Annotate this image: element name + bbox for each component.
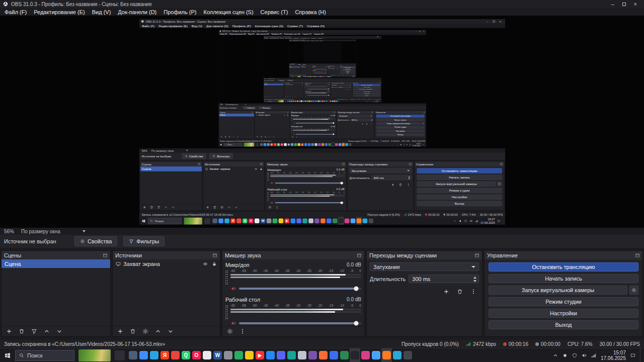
taskbar-app-icon[interactable]: [360, 348, 371, 362]
drag-handle[interactable]: [225, 305, 228, 319]
minimize-button[interactable]: –: [611, 1, 614, 7]
taskbar-app-icon[interactable]: [223, 348, 233, 362]
search-icon: [19, 353, 24, 358]
taskbar-app-icon[interactable]: [202, 348, 212, 362]
scene-filters-button[interactable]: [31, 328, 37, 334]
remove-source-button[interactable]: [130, 328, 136, 334]
zoom-mode[interactable]: По размеру окна: [21, 229, 60, 234]
move-scene-down-button[interactable]: [56, 328, 62, 334]
monitor-icon: [116, 261, 121, 266]
duration-spinner[interactable]: 300 ms: [409, 275, 479, 283]
taskbar-app-icon[interactable]: Q: [181, 348, 191, 362]
taskbar-app-icon[interactable]: [297, 348, 307, 362]
taskbar-app-icon[interactable]: [403, 348, 413, 362]
mute-speaker-icon[interactable]: [231, 286, 236, 291]
taskbar-app-icon[interactable]: [276, 348, 286, 362]
popout-icon[interactable]: [474, 253, 479, 258]
transition-menu-dots-icon[interactable]: [470, 289, 476, 295]
network-icon[interactable]: [591, 353, 596, 358]
drag-handle[interactable]: [225, 270, 228, 285]
taskbar-app-icon[interactable]: [149, 348, 159, 362]
taskbar-search[interactable]: Поиск: [15, 350, 74, 361]
popout-icon[interactable]: [103, 253, 108, 258]
settings-button[interactable]: Настройки: [489, 309, 638, 318]
popout-icon[interactable]: [357, 253, 362, 258]
menu-scene-collection[interactable]: Коллекция сцен (S): [200, 9, 257, 15]
volume-slider-knob[interactable]: [354, 287, 359, 291]
volume-slider-knob[interactable]: [354, 321, 359, 326]
move-source-down-button[interactable]: [168, 328, 174, 334]
taskbar-app-icon[interactable]: [244, 348, 255, 362]
add-source-button[interactable]: [117, 328, 123, 334]
spinner-arrows[interactable]: [473, 277, 476, 282]
taskbar-app-icon[interactable]: [233, 348, 244, 362]
taskbar-app-icon[interactable]: ▶: [255, 348, 265, 362]
visibility-eye-icon[interactable]: [203, 261, 208, 266]
taskbar-app-icon[interactable]: Я: [159, 348, 170, 362]
remove-scene-button[interactable]: [19, 328, 25, 334]
taskbar-app-icon[interactable]: [350, 348, 360, 362]
taskbar-app-icon[interactable]: [329, 348, 339, 362]
taskbar-app-icon[interactable]: [339, 348, 350, 362]
exit-button[interactable]: Выход: [489, 320, 638, 329]
popout-icon[interactable]: [635, 253, 640, 258]
menu-file[interactable]: Файл (F): [1, 9, 30, 15]
source-item-display-capture[interactable]: Захват экрана: [113, 259, 220, 268]
taskbar-app-icon[interactable]: O: [191, 348, 202, 362]
mute-speaker-icon[interactable]: [231, 321, 236, 326]
start-button[interactable]: [0, 348, 15, 362]
taskbar-app-icon[interactable]: [265, 348, 276, 362]
task-view-button[interactable]: [115, 350, 125, 360]
scene-item-selected[interactable]: Сцена: [2, 259, 110, 268]
taskbar-clock[interactable]: 15:07 17.06.2025: [601, 350, 626, 361]
add-transition-button[interactable]: [443, 289, 449, 295]
mixer-settings-gear-icon[interactable]: [227, 328, 233, 334]
titlebar: OBS 31.0.3 - Профиль: Без названия - Сце…: [0, 0, 644, 8]
taskbar-app-icon[interactable]: [371, 348, 381, 362]
action-center-icon[interactable]: [630, 353, 635, 358]
taskbar-app-icon[interactable]: [392, 348, 403, 362]
maximize-button[interactable]: [622, 3, 626, 6]
taskbar-app-icon[interactable]: [307, 348, 318, 362]
lock-icon[interactable]: [212, 261, 217, 266]
taskbar-app-icon[interactable]: [170, 348, 181, 362]
tray-app-icon[interactable]: [562, 353, 568, 358]
taskbar-app-icon[interactable]: [381, 348, 392, 362]
transition-select[interactable]: Затухание: [370, 262, 479, 271]
filters-button[interactable]: Фильтры: [123, 236, 165, 246]
menu-view[interactable]: Вид (V): [89, 9, 115, 15]
menu-tools[interactable]: Сервис (T): [257, 9, 292, 15]
taskbar-app-icon[interactable]: [128, 348, 138, 362]
start-recording-button[interactable]: Начать запись: [489, 274, 638, 283]
show-desktop-button[interactable]: [640, 348, 642, 362]
menu-profile[interactable]: Профиль (P): [160, 9, 200, 15]
volume-slider[interactable]: [239, 288, 361, 290]
virtual-camera-config-button[interactable]: [629, 286, 638, 295]
move-scene-up-button[interactable]: [44, 328, 50, 334]
close-button[interactable]: ×: [634, 1, 637, 7]
virtual-camera-button[interactable]: Запуск виртуальной камеры: [489, 286, 627, 295]
chevron-down-icon[interactable]: [83, 230, 86, 232]
taskbar-app-icon[interactable]: [138, 348, 149, 362]
security-shield-icon[interactable]: [572, 353, 577, 358]
add-scene-button[interactable]: [6, 328, 12, 334]
mixer-menu-dots-icon[interactable]: [239, 328, 246, 334]
tray-chevron-up-icon[interactable]: [553, 353, 558, 358]
zoom-value[interactable]: 56%: [4, 229, 14, 234]
menu-edit[interactable]: Редактирование (E): [30, 9, 89, 15]
popout-icon[interactable]: [212, 253, 217, 258]
taskbar-app-icon[interactable]: [286, 348, 297, 362]
volume-slider[interactable]: [239, 322, 361, 324]
remove-transition-button[interactable]: [457, 289, 463, 295]
studio-mode-button[interactable]: Режим студии: [489, 297, 638, 306]
taskbar-app-icon[interactable]: [318, 348, 329, 362]
volume-icon[interactable]: [582, 353, 587, 358]
source-properties-button[interactable]: [142, 328, 148, 334]
taskbar-app-icon[interactable]: W: [212, 348, 223, 362]
news-widget-image[interactable]: [78, 349, 111, 361]
move-source-up-button[interactable]: [155, 328, 161, 334]
menu-help[interactable]: Справка (H): [291, 9, 329, 15]
stop-streaming-button[interactable]: Остановить трансляцию: [489, 262, 638, 272]
menu-docks[interactable]: Док-панели (D): [114, 9, 160, 15]
properties-button[interactable]: Свойства: [74, 236, 117, 246]
